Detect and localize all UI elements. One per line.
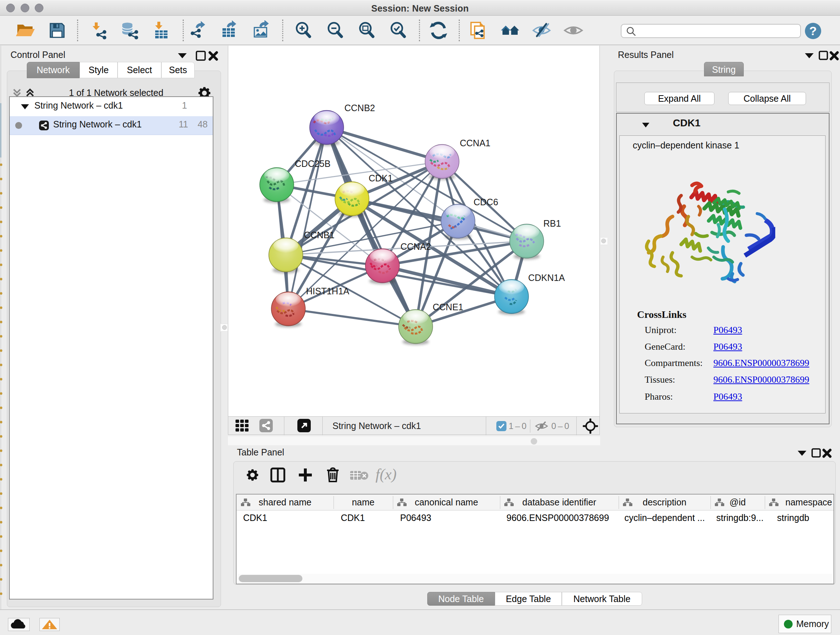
svg-text:CCNB1: CCNB1	[304, 230, 335, 240]
svg-text:CCNE1: CCNE1	[433, 302, 463, 312]
svg-text:CDC6: CDC6	[474, 197, 498, 207]
svg-text:RB1: RB1	[543, 218, 561, 228]
svg-text:CCNA1: CCNA1	[460, 138, 491, 148]
svg-text:CDK1: CDK1	[369, 173, 393, 183]
svg-text:CDC25B: CDC25B	[295, 158, 331, 169]
svg-text:CCNB2: CCNB2	[344, 103, 375, 113]
svg-text:HIST1H1A: HIST1H1A	[306, 286, 349, 296]
svg-text:CDKN1A: CDKN1A	[528, 272, 565, 283]
svg-text:CCNA2: CCNA2	[401, 241, 431, 252]
